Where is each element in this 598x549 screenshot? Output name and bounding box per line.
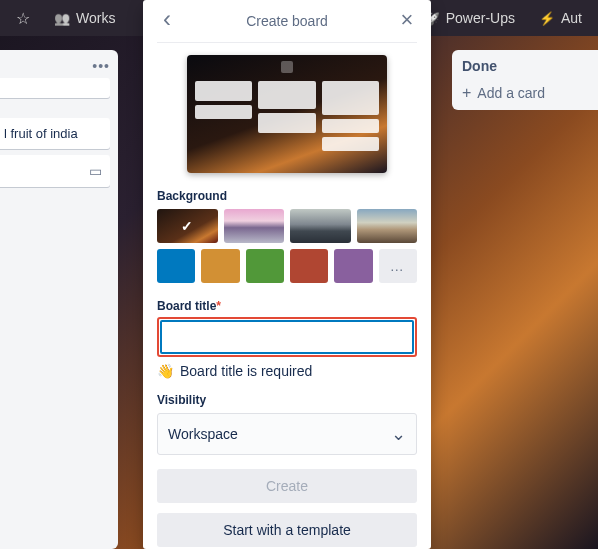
required-mark: *	[216, 299, 221, 313]
visibility-label: Visibility	[157, 393, 417, 407]
bg-color-orange[interactable]	[201, 249, 239, 283]
star-button[interactable]	[8, 5, 38, 32]
workspace-label: Works	[76, 10, 115, 26]
modal-header: Create board	[157, 10, 417, 43]
board-title-input[interactable]	[160, 320, 414, 354]
background-label: Background	[157, 189, 417, 203]
background-colors-row: …	[157, 249, 417, 283]
background-images-row	[157, 209, 417, 243]
start-template-button[interactable]: Start with a template	[157, 513, 417, 547]
bolt-icon	[539, 10, 555, 26]
powerups-label: Power-Ups	[446, 10, 515, 26]
automation-label: Aut	[561, 10, 582, 26]
bg-color-purple[interactable]	[334, 249, 372, 283]
error-message: Board title is required	[157, 363, 417, 379]
plus-icon	[462, 84, 471, 102]
group-icon	[54, 10, 70, 26]
automation-button[interactable]: Aut	[531, 6, 590, 30]
error-text: Board title is required	[180, 363, 312, 379]
board-title-input-wrap	[157, 317, 417, 357]
bg-color-blue[interactable]	[157, 249, 195, 283]
bg-color-green[interactable]	[246, 249, 284, 283]
bg-image-3[interactable]	[290, 209, 351, 243]
board-preview	[157, 55, 417, 173]
powerups-button[interactable]: Power-Ups	[417, 6, 523, 30]
bg-image-2[interactable]	[224, 209, 285, 243]
card-item[interactable]: l fruit of india	[0, 118, 110, 149]
workspace-button[interactable]: Works	[46, 6, 123, 30]
create-button[interactable]: Create	[157, 469, 417, 503]
close-icon[interactable]	[397, 11, 417, 32]
bg-color-red[interactable]	[290, 249, 328, 283]
chevron-down-icon	[391, 423, 406, 445]
template-icon	[89, 163, 102, 179]
back-icon[interactable]	[157, 10, 177, 32]
done-list: Done Add a card	[452, 50, 598, 110]
card-item[interactable]	[0, 78, 110, 98]
wave-icon	[157, 363, 174, 379]
bg-image-1[interactable]	[157, 209, 218, 243]
visibility-select[interactable]: Workspace	[157, 413, 417, 455]
list-menu-icon[interactable]: •••	[92, 58, 110, 74]
star-icon	[16, 9, 30, 28]
add-card-button[interactable]: Add a card	[462, 84, 598, 102]
add-card-label: Add a card	[477, 85, 545, 101]
bg-image-4[interactable]	[357, 209, 418, 243]
card-template-button[interactable]	[0, 155, 110, 187]
visibility-value: Workspace	[168, 426, 238, 442]
bg-more-button[interactable]: …	[379, 249, 417, 283]
list-card: ••• l fruit of india	[0, 50, 118, 549]
preview-image	[187, 55, 387, 173]
create-board-modal: Create board Background … Board title* B…	[143, 0, 431, 549]
list-title: Done	[462, 58, 598, 74]
modal-title: Create board	[177, 13, 397, 29]
board-title-label: Board title*	[157, 299, 417, 313]
